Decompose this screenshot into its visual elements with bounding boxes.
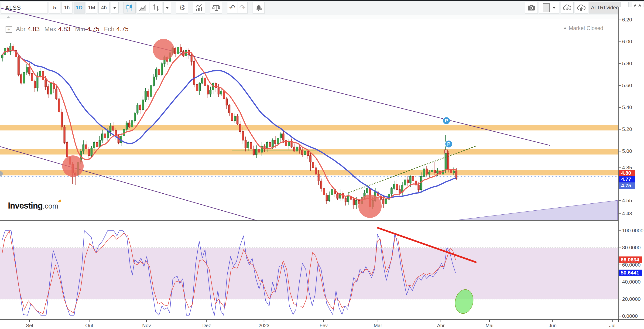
svg-text:60.0000: 60.0000 [622, 262, 641, 268]
svg-text:Jun: Jun [549, 323, 557, 328]
svg-text:6.00: 6.00 [622, 39, 632, 44]
legend-high-value: 4.83 [58, 26, 70, 33]
svg-text:6.20: 6.20 [622, 17, 632, 22]
price-chart-canvas[interactable]: PP6.206.005.805.605.405.205.004.854.554.… [0, 0, 644, 329]
wedge-shape[interactable] [458, 200, 618, 220]
svg-text:Mai: Mai [486, 323, 494, 328]
svg-text:40.0000: 40.0000 [622, 279, 641, 285]
svg-text:4.43: 4.43 [622, 211, 632, 216]
svg-text:50.6441: 50.6441 [621, 270, 639, 276]
legend-close-value: 4.75 [116, 26, 128, 33]
highlight-circle-0[interactable] [153, 39, 174, 60]
svg-text:5.40: 5.40 [622, 104, 632, 110]
status-dot-icon: ● [564, 26, 566, 31]
price-badge-4.75: 4.75 [618, 182, 636, 189]
investing-watermark: Investing.com [8, 201, 58, 211]
svg-text:20.0000: 20.0000 [622, 296, 641, 302]
svg-text:80.0000: 80.0000 [622, 245, 641, 250]
svg-text:4.77: 4.77 [621, 176, 631, 182]
svg-text:4.80: 4.80 [621, 170, 631, 176]
svg-text:5.20: 5.20 [622, 126, 632, 132]
oscillator-badge-50.6441: 50.6441 [618, 270, 642, 276]
watermark-brand: Investing [8, 201, 43, 210]
svg-text:4.75: 4.75 [621, 183, 631, 188]
highlight-circle-1[interactable] [62, 156, 84, 177]
svg-text:Dez: Dez [202, 323, 211, 328]
legend-low-label: Min [75, 26, 85, 33]
highlight-circle-2[interactable] [358, 194, 382, 218]
legend-open-value: 4.83 [28, 26, 40, 33]
legend-open-label: Abr [16, 26, 26, 33]
svg-text:Set: Set [26, 323, 33, 328]
legend-expand-icon[interactable]: + [6, 26, 12, 32]
legend-low-value: 4.75 [87, 26, 100, 33]
svg-text:100.0000: 100.0000 [622, 228, 644, 234]
svg-text:4.85: 4.85 [622, 165, 632, 170]
svg-text:4.55: 4.55 [622, 198, 632, 204]
chart-window: ALSS 5 1h 1D 1M 4h [0, 0, 644, 329]
pivot-marker-0[interactable]: P [443, 117, 450, 124]
square-marker[interactable] [444, 150, 448, 153]
svg-text:Abr: Abr [437, 323, 445, 328]
svg-text:0.0000: 0.0000 [622, 313, 638, 319]
legend-close-label: Fch [104, 26, 114, 33]
svg-text:5.60: 5.60 [622, 82, 632, 88]
svg-text:Fev: Fev [320, 323, 328, 328]
time-axis-labels: SetOutNovDez2023FevMarAbrMaiJunJul [26, 320, 615, 328]
ohlc-legend: + Abr 4.83 Max 4.83 Min 4.75 Fch 4.75 [6, 26, 128, 33]
svg-text:Mar: Mar [374, 323, 382, 328]
svg-text:P: P [447, 141, 450, 146]
price-badge-4.77: 4.77 [618, 176, 636, 182]
svg-text:Out: Out [85, 323, 93, 328]
market-status-label: Market Closed [569, 25, 603, 32]
market-status: ● Market Closed [564, 25, 615, 32]
legend-high-label: Max [44, 26, 56, 33]
oscillator-badge-66.0634: 66.0634 [618, 256, 642, 263]
svg-text:Jul: Jul [609, 323, 616, 328]
svg-text:5.00: 5.00 [622, 148, 632, 154]
svg-text:Nov: Nov [142, 323, 151, 328]
svg-text:66.0634: 66.0634 [621, 257, 639, 262]
pivot-marker-1[interactable]: P [445, 140, 452, 148]
svg-text:2023: 2023 [259, 323, 270, 328]
price-badge-4.80: 4.80 [618, 170, 636, 176]
pivot-band-0[interactable] [0, 125, 636, 130]
watermark-suffix: .com [43, 202, 58, 210]
svg-text:5.80: 5.80 [622, 60, 632, 66]
svg-text:P: P [445, 118, 448, 123]
